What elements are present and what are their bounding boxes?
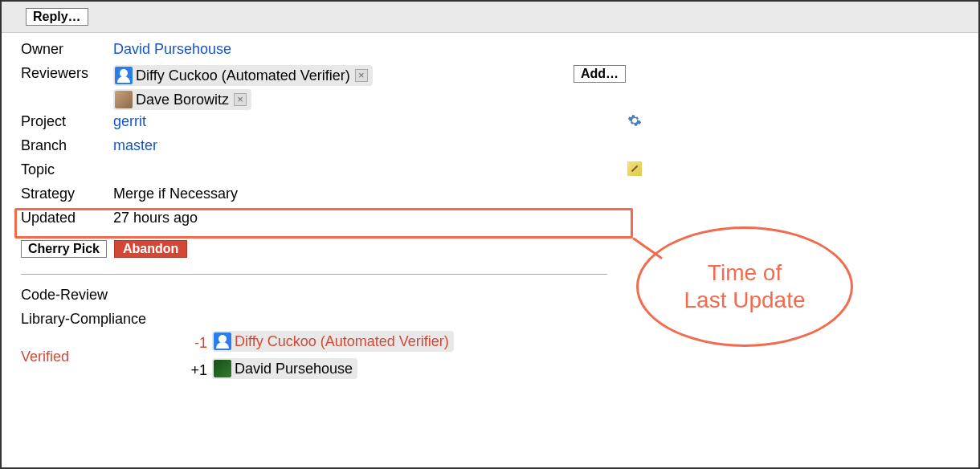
branch-link[interactable]: master xyxy=(113,137,157,154)
project-settings-icon[interactable] xyxy=(627,113,642,132)
code-review-label: Code-Review xyxy=(21,287,182,304)
reply-button[interactable]: Reply… xyxy=(26,8,88,26)
branch-label: Branch xyxy=(21,137,113,154)
project-label: Project xyxy=(21,113,113,130)
edit-topic-icon[interactable] xyxy=(627,161,642,180)
user-icon xyxy=(214,332,231,350)
toolbar: Reply… xyxy=(2,2,978,33)
owner-label: Owner xyxy=(21,41,113,58)
voter-chip[interactable]: David Pursehouse xyxy=(212,358,357,379)
avatar xyxy=(115,91,133,108)
voter-name: Diffy Cuckoo (Automated Verifier) xyxy=(235,333,449,350)
reviewers-label: Reviewers xyxy=(21,65,113,82)
reviewer-chip[interactable]: Dave Borowitz × xyxy=(113,89,251,110)
reviewer-chip[interactable]: Diffy Cuckoo (Automated Verifier) × xyxy=(113,65,373,86)
owner-link[interactable]: David Pursehouse xyxy=(113,41,231,58)
voter-chip[interactable]: Diffy Cuckoo (Automated Verifier) xyxy=(212,331,454,352)
change-details: Owner David Pursehouse Reviewers Diffy C… xyxy=(2,33,978,382)
topic-label: Topic xyxy=(21,161,113,178)
add-reviewer-button[interactable]: Add… xyxy=(574,65,626,83)
avatar xyxy=(214,360,231,377)
reviewer-name: Dave Borowitz xyxy=(136,92,229,108)
change-actions: Cherry Pick Abandon xyxy=(21,240,978,258)
remove-reviewer-icon[interactable]: × xyxy=(234,93,247,106)
vote-score: -1 xyxy=(182,335,207,352)
review-labels: Code-Review Library-Compliance Verified … xyxy=(21,283,978,382)
user-icon xyxy=(115,67,133,84)
cherry-pick-button[interactable]: Cherry Pick xyxy=(21,240,107,258)
divider xyxy=(21,274,607,275)
strategy-value: Merge if Necessary xyxy=(113,186,238,202)
library-compliance-label: Library-Compliance xyxy=(21,311,182,328)
strategy-label: Strategy xyxy=(21,186,113,202)
verified-label: Verified xyxy=(21,349,182,365)
abandon-button[interactable]: Abandon xyxy=(114,240,187,258)
updated-label: Updated xyxy=(21,210,113,226)
project-link[interactable]: gerrit xyxy=(113,113,146,130)
voter-name: David Pursehouse xyxy=(235,361,353,377)
remove-reviewer-icon[interactable]: × xyxy=(355,69,368,82)
reviewer-name: Diffy Cuckoo (Automated Verifier) xyxy=(136,67,350,84)
updated-value: 27 hours ago xyxy=(113,210,198,226)
vote-score: +1 xyxy=(182,362,207,379)
